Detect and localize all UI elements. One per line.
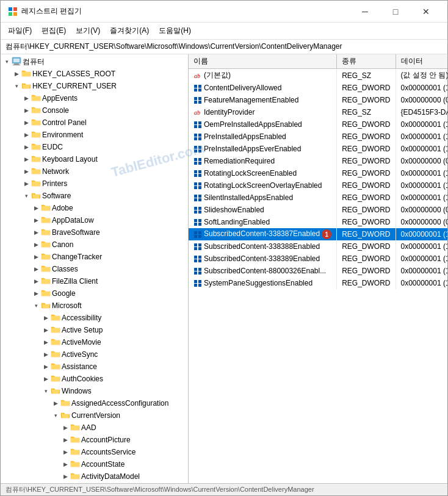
data-panel[interactable]: 이름 종류 데이터 ab (기본값)REG_SZ(값 설정 안 됨) Conte… [189,54,447,483]
menu-item[interactable]: 파일(F) [3,24,37,38]
table-row[interactable]: SubscribedContent-338387Enabled1REG_DWOR… [189,228,447,240]
tree-item-microsoft[interactable]: ▾ Microsoft [1,300,188,312]
tree-item-appevents[interactable]: ▶ AppEvents [1,92,188,104]
tree-panel[interactable]: ▾ 컴퓨터▶ HKEY_CLASSES_ROOT▾ HKEY_CURRENT_U… [1,54,189,483]
table-row[interactable]: SlideshowEnabledREG_DWORD0x00000000 (0) [189,204,447,216]
tree-expander[interactable]: ▶ [60,459,70,469]
tree-expander[interactable]: ▶ [21,106,31,115]
tree-expander[interactable]: ▶ [31,240,41,250]
tree-item-aad[interactable]: ▶ AAD [1,422,188,434]
tree-item-activemovie[interactable]: ▶ ActiveMovie [1,336,188,348]
tree-item-network[interactable]: ▶ Network [1,165,188,178]
tree-expander[interactable]: ▶ [21,118,31,128]
table-row[interactable]: RotatingLockScreenEnabledREG_DWORD0x0000… [189,167,447,179]
tree-item-accessibility[interactable]: ▶ Accessibility [1,312,188,324]
menu-item[interactable]: 보기(V) [71,24,105,38]
tree-expander[interactable]: ▶ [31,215,41,225]
tree-item-google[interactable]: ▶ Google [1,287,188,300]
tree-item-printers[interactable]: ▶ Printers [1,178,188,190]
tree-expander[interactable]: ▶ [21,93,31,103]
tree-item-canon[interactable]: ▶ Canon [1,239,188,251]
tree-expander[interactable]: ▶ [31,252,41,262]
tree-item-active_setup[interactable]: ▶ Active Setup [1,324,188,336]
tree-item-classes[interactable]: ▶ Classes [1,263,188,275]
tree-expander[interactable]: ▶ [12,69,21,79]
tree-item-changetracker[interactable]: ▶ ChangeTracker [1,251,188,263]
table-row[interactable]: ab (기본값)REG_SZ(값 설정 안 됨) [189,69,447,82]
tree-item-activity_data_model[interactable]: ▶ ActivityDataModel [1,470,188,483]
table-row[interactable]: RotatingLockScreenOverlayEnabledREG_DWOR… [189,179,447,192]
menu-item[interactable]: 도움말(H) [154,24,196,38]
tree-item-filezilla_client[interactable]: ▶ FileZilla Client [1,275,188,287]
tree-expander[interactable]: ▶ [41,337,51,347]
table-row[interactable]: PreInstalledAppsEverEnabledREG_DWORD0x00… [189,143,447,155]
cell-name: FeatureManagementEnabled [189,94,337,106]
tree-item-software[interactable]: ▾ Software [1,190,188,202]
tree-item-current_version[interactable]: ▾ CurrentVersion [1,409,188,422]
tree-expander[interactable]: ▶ [41,362,51,372]
tree-item-appdatalow[interactable]: ▶ AppDataLow [1,214,188,226]
tree-item-console[interactable]: ▶ Console [1,104,188,117]
tree-expander[interactable]: ▶ [60,472,70,481]
tree-expander[interactable]: ▶ [31,228,41,237]
tree-expander[interactable]: ▾ [21,191,31,201]
tree-expander[interactable]: ▾ [41,386,51,396]
tree-item-activesync[interactable]: ▶ ActiveSync [1,348,188,361]
table-row[interactable]: SilentInstalledAppsEnabledREG_DWORD0x000… [189,192,447,204]
tree-expander[interactable]: ▶ [41,313,51,323]
tree-expander[interactable]: ▶ [21,179,31,189]
tree-item-hkey_classes_root[interactable]: ▶ HKEY_CLASSES_ROOT [1,68,188,80]
menu-item[interactable]: 즐겨찾기(A) [105,24,154,38]
menu-item[interactable]: 편집(E) [37,24,71,38]
tree-item-assistance[interactable]: ▶ Assistance [1,361,188,373]
tree-item-adobe[interactable]: ▶ Adobe [1,202,188,214]
table-row[interactable]: ContentDeliveryAllowedREG_DWORD0x0000000… [189,82,447,94]
tree-expander[interactable]: ▾ [2,57,12,66]
tree-item-bravesoftware[interactable]: ▶ BraveSoftware [1,226,188,239]
tree-expander[interactable]: ▶ [60,435,70,445]
table-row[interactable]: SubscribedContent-338388EnabledREG_DWORD… [189,240,447,253]
tree-expander[interactable]: ▶ [21,167,31,176]
maximize-button[interactable]: □ [381,2,410,21]
tree-expander[interactable]: ▶ [31,203,41,213]
minimize-button[interactable]: ─ [351,2,379,21]
table-row[interactable]: SoftLandingEnabledREG_DWORD0x00000000 (0… [189,216,447,228]
tree-expander[interactable]: ▾ [51,411,60,420]
tree-expander[interactable]: ▶ [60,447,70,457]
tree-item-control_panel[interactable]: ▶ Control Panel [1,117,188,129]
table-row[interactable]: ab IdentityProviderREG_SZ{ED4515F3-DA33-… [189,106,447,118]
tree-item-accounts_service[interactable]: ▶ AccountsService [1,446,188,458]
tree-expander[interactable]: ▶ [31,264,41,274]
tree-item-account_state[interactable]: ▶ AccountState [1,458,188,470]
tree-item-hkey_current_user[interactable]: ▾ HKEY_CURRENT_USER [1,80,188,92]
table-row[interactable]: SubscribedContent-88000326Enabl...REG_DW… [189,265,447,277]
close-button[interactable]: ✕ [412,2,440,21]
tree-expander[interactable]: ▶ [51,398,60,408]
tree-item-computer[interactable]: ▾ 컴퓨터 [1,56,188,68]
table-row[interactable]: SubscribedContent-338389EnabledREG_DWORD… [189,253,447,265]
tree-item-windows[interactable]: ▾ Windows [1,385,188,397]
tree-expander[interactable]: ▾ [31,301,41,311]
tree-expander[interactable]: ▾ [12,81,21,91]
tree-expander[interactable]: ▶ [60,423,70,433]
table-row[interactable]: OemPreInstalledAppsEnabledREG_DWORD0x000… [189,118,447,131]
tree-expander[interactable]: ▶ [21,142,31,152]
tree-expander[interactable]: ▶ [21,154,31,164]
tree-expander[interactable]: ▶ [41,374,51,384]
table-row[interactable]: RemediationRequiredREG_DWORD0x00000000 (… [189,155,447,167]
table-row[interactable]: SystemPaneSuggestionsEnabledREG_DWORD0x0… [189,277,447,289]
tree-item-account_picture[interactable]: ▶ AccountPicture [1,434,188,446]
tree-item-keyboard_layout[interactable]: ▶ Keyboard Layout [1,153,188,165]
tree-expander[interactable]: ▶ [41,325,51,335]
tree-expander[interactable]: ▶ [31,276,41,286]
tree-item-assigned_access[interactable]: ▶ AssignedAccessConfiguration [1,397,188,409]
table-row[interactable]: FeatureManagementEnabledREG_DWORD0x00000… [189,94,447,106]
tree-expander[interactable]: ▶ [31,289,41,298]
tree-expander[interactable]: ▶ [41,350,51,359]
tree-item-authcookies[interactable]: ▶ AuthCookies [1,373,188,385]
svg-rect-61 [194,149,197,153]
tree-expander[interactable]: ▶ [21,130,31,140]
tree-item-eudc[interactable]: ▶ EUDC [1,141,188,153]
table-row[interactable]: PreInstalledAppsEnabledREG_DWORD0x000000… [189,131,447,143]
tree-item-environment[interactable]: ▶ Environment [1,129,188,141]
